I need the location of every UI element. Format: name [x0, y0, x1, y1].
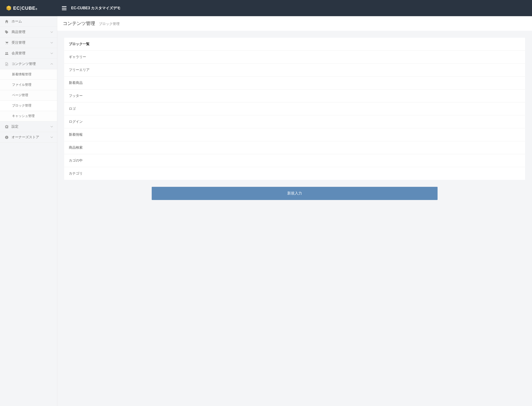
list-item[interactable]: 新着商品 [64, 77, 525, 89]
sidebar-subitem-news[interactable]: 新着情報管理 [0, 69, 57, 80]
sidebar-item-orders[interactable]: 受注管理 [0, 37, 57, 48]
list-item[interactable]: フリーエリア [64, 64, 525, 77]
svg-point-0 [6, 52, 7, 53]
list-item[interactable]: フッター [64, 89, 525, 102]
chevron-down-icon [50, 31, 53, 33]
sidebar-item-label: コンテンツ管理 [12, 62, 36, 66]
sidebar-subitem-label: キャッシュ管理 [12, 114, 35, 118]
sidebar-subitem-files[interactable]: ファイル管理 [0, 80, 57, 90]
chevron-down-icon [50, 42, 53, 44]
svg-rect-6 [7, 137, 7, 138]
svg-point-1 [7, 52, 8, 53]
svg-rect-2 [6, 64, 7, 64]
menu-toggle-icon[interactable] [62, 6, 67, 10]
file-icon [4, 62, 9, 66]
sidebar-subitem-label: ファイル管理 [12, 83, 31, 87]
list-item[interactable]: ロゴ [64, 102, 525, 115]
sidebar-item-products[interactable]: 商品管理 [0, 27, 57, 37]
main: コンテンツ管理 ブロック管理 ブロック一覧 ギャラリー フリーエリア 新着商品 … [57, 16, 532, 207]
header-title: EC-CUBE3 カスタマイズデモ [71, 6, 120, 11]
logo[interactable]: EC|CUBE® [6, 5, 37, 11]
list-item[interactable]: カテゴリ [64, 167, 525, 180]
cube-icon [6, 5, 12, 11]
page-subtitle: ブロック管理 [99, 22, 120, 26]
tag-icon [4, 30, 9, 34]
sidebar-subitem-label: ページ管理 [12, 93, 28, 97]
sidebar-item-settings[interactable]: 設定 [0, 121, 57, 132]
sidebar-subitem-cache[interactable]: キャッシュ管理 [0, 111, 57, 121]
cart-icon [4, 41, 9, 45]
content: ブロック一覧 ギャラリー フリーエリア 新着商品 フッター ロゴ ログイン 新着… [57, 31, 532, 207]
panel-heading: ブロック一覧 [64, 38, 525, 51]
home-icon [4, 20, 9, 23]
sidebar-subitem-label: 新着情報管理 [12, 72, 31, 76]
new-button[interactable]: 新規入力 [152, 187, 438, 200]
block-list-panel: ブロック一覧 ギャラリー フリーエリア 新着商品 フッター ロゴ ログイン 新着… [64, 38, 525, 180]
svg-rect-4 [6, 65, 7, 65]
svg-point-7 [7, 136, 7, 137]
svg-rect-3 [6, 65, 7, 65]
button-row: 新規入力 [64, 180, 525, 200]
sidebar-item-label: 受注管理 [12, 40, 25, 45]
header: EC|CUBE® EC-CUBE3 カスタマイズデモ [0, 0, 532, 16]
users-icon [4, 51, 9, 55]
sidebar-subitem-label: ブロック管理 [12, 104, 31, 107]
sidebar-item-label: オーナーズストア [12, 135, 39, 139]
sidebar-item-label: 設定 [12, 124, 19, 129]
logo-text: EC|CUBE® [13, 6, 37, 11]
page-title: コンテンツ管理 [63, 20, 95, 27]
sidebar-item-contents[interactable]: コンテンツ管理 [0, 59, 57, 69]
list-item[interactable]: 商品検索 [64, 141, 525, 154]
sidebar-subitem-pages[interactable]: ページ管理 [0, 90, 57, 101]
logo-section: EC|CUBE® [0, 0, 57, 16]
list-item[interactable]: カゴの中 [64, 154, 525, 167]
page-header: コンテンツ管理 ブロック管理 [57, 16, 532, 31]
list-item[interactable]: ギャラリー [64, 51, 525, 64]
sidebar: ホーム 商品管理 受注管理 会員管理 コンテンツ管理 [0, 16, 57, 207]
sidebar-item-label: ホーム [12, 19, 22, 24]
chevron-up-icon [50, 63, 53, 65]
header-right: EC-CUBE3 カスタマイズデモ [57, 6, 120, 11]
sidebar-item-label: 商品管理 [12, 30, 25, 34]
sidebar-item-home[interactable]: ホーム [0, 16, 57, 27]
chevron-down-icon [50, 53, 53, 54]
list-item[interactable]: ログイン [64, 115, 525, 128]
sidebar-subitem-blocks[interactable]: ブロック管理 [0, 101, 57, 111]
list-item[interactable]: 新着情報 [64, 128, 525, 141]
info-icon [4, 136, 9, 139]
chevron-down-icon [50, 137, 53, 138]
sidebar-item-label: 会員管理 [12, 51, 25, 56]
gear-icon [4, 125, 9, 129]
sidebar-item-owners-store[interactable]: オーナーズストア [0, 132, 57, 143]
sidebar-item-members[interactable]: 会員管理 [0, 48, 57, 59]
chevron-down-icon [50, 126, 53, 127]
